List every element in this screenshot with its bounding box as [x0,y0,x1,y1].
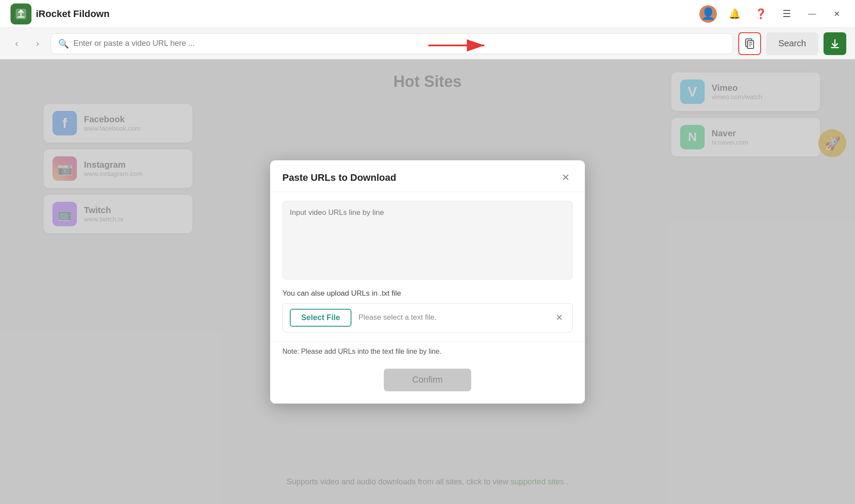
paste-urls-modal: Paste URLs to Download ✕ You can alse up… [270,160,585,404]
forward-button[interactable]: › [30,36,45,52]
search-icon: 🔍 [58,38,69,49]
notification-icon[interactable]: 🔔 [726,5,743,23]
menu-icon[interactable]: ☰ [778,5,796,23]
close-button[interactable]: ✕ [829,6,845,22]
modal-note: Note: Please add URLs into the text file… [270,341,585,362]
title-bar-controls: 👤 🔔 ❓ ☰ — ✕ [699,5,845,23]
modal-close-button[interactable]: ✕ [559,171,573,185]
file-clear-button[interactable]: ✕ [553,311,565,324]
paste-urls-button[interactable] [738,32,761,55]
file-upload-label: You can alse upload URLs in .txt file [282,289,573,298]
main-content: Hot Sites f Facebook www.facebook.com 📷 … [0,59,855,504]
download-button[interactable] [824,32,846,55]
select-file-button[interactable]: Select File [290,309,351,327]
minimize-button[interactable]: — [804,6,820,22]
modal-footer: Confirm [270,362,585,404]
modal-title: Paste URLs to Download [282,172,396,183]
modal-header: Paste URLs to Download ✕ [270,160,585,192]
modal-body: You can alse upload URLs in .txt file Se… [270,192,585,341]
app-name: iRocket Fildown [36,8,110,20]
title-bar: iRocket Fildown 👤 🔔 ❓ ☰ — ✕ [0,0,855,28]
search-button[interactable]: Search [766,32,818,55]
logo-icon [10,3,31,24]
modal-overlay: Paste URLs to Download ✕ You can alse up… [0,59,855,504]
help-icon[interactable]: ❓ [752,5,769,23]
url-bar: 🔍 [51,33,733,54]
file-upload-row: Select File Please select a text file. ✕ [282,303,573,332]
confirm-button[interactable]: Confirm [384,369,471,391]
back-button[interactable]: ‹ [9,36,24,52]
app-logo: iRocket Fildown [10,3,110,24]
file-placeholder-text: Please select a text file. [358,313,546,322]
url-textarea[interactable] [282,201,573,280]
svg-rect-2 [747,41,754,48]
toolbar: ‹ › 🔍 Search [0,28,855,59]
url-input[interactable] [73,39,726,48]
file-upload-section: You can alse upload URLs in .txt file Se… [282,289,573,332]
user-avatar-icon[interactable]: 👤 [699,5,717,23]
